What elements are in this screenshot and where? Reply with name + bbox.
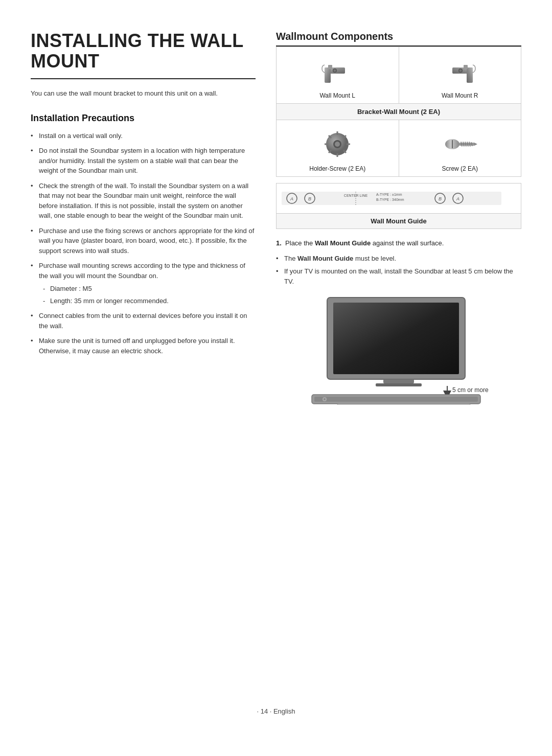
page: INSTALLING THE WALL MOUNT You can use th… <box>0 0 552 756</box>
page-footer: · 14 · English <box>31 707 521 715</box>
svg-text:B: B <box>439 196 442 201</box>
screw-label: Screw (2 EA) <box>442 165 478 172</box>
bracket-label-row: Bracket-Wall Mount (2 EA) <box>277 104 521 120</box>
step-1-bullet-1: The Wall Mount Guide must be level. <box>276 254 521 264</box>
step-1-number: 1. <box>276 239 282 247</box>
svg-rect-46 <box>383 379 414 383</box>
guide-strip: A B CENTER LINE A-TYPE : ±1mm B-TYPE : 3… <box>276 183 521 229</box>
sub-bullet-2: Length: 35 mm or longer recommended. <box>43 296 256 306</box>
sub-bullet-1: Diameter : M5 <box>43 284 256 294</box>
intro-text: You can use the wall mount bracket to mo… <box>31 88 256 99</box>
svg-text:5 cm or more: 5 cm or more <box>452 386 489 394</box>
right-column: Wallmount Components <box>276 31 521 687</box>
wall-mount-l-img <box>317 53 358 89</box>
svg-point-53 <box>324 398 326 400</box>
screw-svg <box>440 128 480 161</box>
wall-mount-l-svg <box>317 55 358 88</box>
wall-mount-guide-svg: A B CENTER LINE A-TYPE : ±1mm B-TYPE : 3… <box>282 188 501 209</box>
svg-text:A: A <box>456 196 459 201</box>
svg-rect-51 <box>314 397 478 402</box>
holder-screw-cell: Holder-Screw (2 EA) <box>277 120 399 176</box>
tv-illustration-svg: 5 cm or more <box>296 292 501 405</box>
svg-rect-4 <box>328 65 332 69</box>
svg-rect-1 <box>325 67 331 83</box>
precaution-5: Purchase wall mounting screws according … <box>31 261 256 306</box>
bracket-label: Bracket-Wall Mount (2 EA) <box>277 104 521 120</box>
svg-text:B: B <box>308 196 311 201</box>
wall-mount-l-label: Wall Mount L <box>319 92 355 99</box>
svg-point-12 <box>335 142 340 147</box>
wall-mount-row: Wall Mount L <box>277 47 521 104</box>
step-1-section: 1. Place the Wall Mount Guide against th… <box>276 238 521 405</box>
installation-precautions-heading: Installation Precautions <box>31 113 256 124</box>
precaution-6: Connect cables from the unit to external… <box>31 311 256 331</box>
holder-screw-label: Holder-Screw (2 EA) <box>309 165 365 172</box>
precaution-1: Install on a vertical wall only. <box>31 131 256 141</box>
footer-text: · 14 · English <box>257 707 295 715</box>
tv-soundbar-illustration: 5 cm or more <box>276 292 521 405</box>
page-title: INSTALLING THE WALL MOUNT <box>31 31 256 79</box>
step-1-bullet-2: If your TV is mounted on the wall, insta… <box>276 266 521 286</box>
guide-label: Wall Mount Guide <box>277 213 521 228</box>
holder-screw-svg <box>317 128 358 161</box>
precaution-3: Check the strength of the wall. To insta… <box>31 181 256 221</box>
svg-text:A: A <box>290 196 293 201</box>
step-1-text: 1. Place the Wall Mount Guide against th… <box>276 238 521 248</box>
screw-img <box>440 126 480 162</box>
svg-text:A-TYPE : ±1mm: A-TYPE : ±1mm <box>376 193 402 196</box>
svg-marker-30 <box>474 143 477 146</box>
wall-mount-r-label: Wall Mount R <box>442 92 478 99</box>
precaution-2: Do not install the Soundbar system in a … <box>31 146 256 176</box>
svg-point-3 <box>334 69 336 72</box>
svg-rect-9 <box>464 65 468 69</box>
step-1-bullets: The Wall Mount Guide must be level. If y… <box>276 254 521 287</box>
wall-mount-l-cell: Wall Mount L <box>277 47 399 103</box>
svg-point-8 <box>459 69 462 72</box>
holder-screw-row: Holder-Screw (2 EA) <box>277 120 521 176</box>
holder-screw-img <box>317 126 358 162</box>
svg-rect-54 <box>337 404 470 405</box>
guide-row-content: A B CENTER LINE A-TYPE : ±1mm B-TYPE : 3… <box>277 184 521 213</box>
content-area: INSTALLING THE WALL MOUNT You can use th… <box>31 31 521 687</box>
precautions-list: Install on a vertical wall only. Do not … <box>31 131 256 356</box>
svg-text:B-TYPE : 340mm: B-TYPE : 340mm <box>376 198 404 201</box>
wall-mount-r-img <box>440 53 480 89</box>
screw-cell: Screw (2 EA) <box>399 120 521 176</box>
svg-rect-45 <box>333 303 459 374</box>
precaution-4: Purchase and use the fixing screws or an… <box>31 226 256 256</box>
precaution-7: Make sure the unit is turned off and unp… <box>31 336 256 356</box>
wall-mount-r-svg <box>440 55 480 88</box>
components-grid: Wall Mount L <box>276 47 521 177</box>
sub-list: Diameter : M5 Length: 35 mm or longer re… <box>39 284 256 306</box>
wall-mount-r-cell: Wall Mount R <box>399 47 521 103</box>
wallmount-components-heading: Wallmount Components <box>276 31 521 47</box>
left-column: INSTALLING THE WALL MOUNT You can use th… <box>31 31 256 687</box>
svg-rect-6 <box>467 67 473 83</box>
svg-rect-47 <box>376 383 422 386</box>
